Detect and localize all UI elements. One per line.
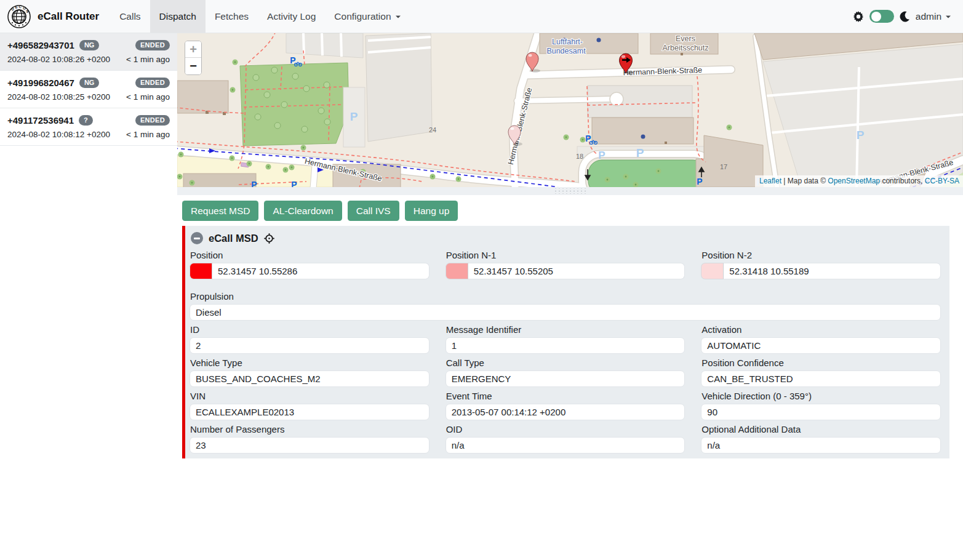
call-ago: < 1 min ago [126, 55, 170, 64]
hang-up-button[interactable]: Hang up [405, 201, 458, 221]
leaflet-link[interactable]: Leaflet [759, 177, 781, 185]
field-vehicle-direction: Vehicle Direction (0 - 359°) [701, 390, 941, 420]
moon-icon [900, 11, 910, 22]
activation-input[interactable] [701, 337, 941, 354]
message-identifier-input[interactable] [446, 337, 685, 354]
field-label: Call Type [446, 358, 685, 368]
user-menu[interactable]: admin [916, 11, 951, 22]
collapse-panel-button[interactable] [191, 232, 203, 244]
call-status-badge: ENDED [135, 78, 170, 88]
call-number: +496582943701 [7, 40, 74, 50]
nav-item-fetches[interactable]: Fetches [206, 0, 258, 33]
field-id: ID [190, 323, 430, 354]
svg-text:17: 17 [720, 163, 727, 170]
svg-text:P: P [697, 177, 702, 186]
position-confidence-input[interactable] [701, 370, 941, 387]
field-label: Position Confidence [701, 358, 941, 368]
nav-item-configuration[interactable]: Configuration [325, 0, 409, 33]
call-ivs-button[interactable]: Call IVS [348, 201, 399, 221]
field-vehicle-type: Vehicle Type [190, 356, 430, 387]
field-label: Position [190, 250, 430, 260]
user-name: admin [916, 11, 941, 22]
call-status-badge: ENDED [135, 115, 170, 126]
field-event-time: Event Time [446, 390, 685, 420]
event-time-input[interactable] [446, 404, 685, 420]
app-logo-globe-icon: DECON [7, 5, 31, 28]
field-vin: VIN [190, 390, 430, 420]
svg-text:P: P [291, 180, 297, 187]
field-oid: OID [446, 423, 685, 454]
chevron-down-icon [946, 15, 951, 20]
app-title: eCall Router [38, 10, 99, 23]
call-status-badge: ENDED [135, 40, 170, 50]
position-n1-input[interactable] [468, 263, 685, 279]
call-number: +491172536941 [7, 115, 74, 126]
call-actions: Request MSD AL-Cleardown Call IVS Hang u… [182, 201, 963, 221]
request-msd-button[interactable]: Request MSD [182, 201, 258, 221]
svg-text:24: 24 [429, 126, 436, 134]
svg-text:P: P [857, 129, 865, 142]
call-number: +491996820467 [7, 78, 74, 88]
field-label: OID [446, 424, 685, 434]
field-label: Propulsion [190, 291, 941, 302]
al-cleardown-button[interactable]: AL-Cleardown [264, 201, 342, 221]
call-list-sidebar: +496582943701 NG ENDED 2024-08-02 10:08:… [0, 33, 177, 560]
vehicle-direction-input[interactable] [701, 404, 941, 420]
field-message-identifier: Message Identifier [446, 323, 685, 354]
propulsion-input[interactable] [190, 304, 941, 321]
position-color-swatch [190, 263, 212, 279]
field-propulsion: Propulsion [190, 290, 941, 321]
field-call-type: Call Type [446, 356, 685, 387]
field-optional-additional-data: Optional Additional Data [701, 423, 941, 454]
call-list-item[interactable]: +491996820467 NG ENDED 2024-08-02 10:08:… [0, 71, 177, 108]
openstreetmap-link[interactable]: OpenStreetMap [828, 177, 880, 185]
vehicle-type-input[interactable] [190, 370, 430, 387]
license-link[interactable]: CC-BY-SA [925, 177, 959, 185]
poi-label-luftfahrt: Bundesamt [546, 47, 586, 55]
call-timestamp: 2024-08-02 10:08:12 +0200 [7, 130, 110, 139]
nav-item-dispatch[interactable]: Dispatch [150, 0, 206, 33]
call-timestamp: 2024-08-02 10:08:26 +0200 [7, 55, 110, 64]
vin-input[interactable] [190, 404, 430, 420]
nav-item-activity-log[interactable]: Activity Log [258, 0, 325, 33]
call-list-item[interactable]: +496582943701 NG ENDED 2024-08-02 10:08:… [0, 33, 177, 71]
field-label: Position N-2 [701, 250, 941, 260]
poi-label-evers: Evers [676, 34, 695, 43]
field-label: Activation [701, 324, 941, 335]
optional-additional-data-input[interactable] [701, 437, 941, 454]
oid-input[interactable] [446, 437, 685, 454]
top-navbar: DECON eCall Router Calls Dispatch Fetche… [0, 0, 963, 33]
zoom-in-button[interactable]: + [185, 41, 201, 58]
field-position-confidence: Position Confidence [701, 356, 941, 387]
number-of-passengers-input[interactable] [190, 437, 430, 454]
id-input[interactable] [190, 337, 430, 354]
svg-text:P: P [350, 110, 358, 123]
svg-text:P: P [636, 146, 644, 159]
locate-crosshair-icon[interactable] [264, 233, 274, 244]
nav-item-calls[interactable]: Calls [110, 0, 150, 33]
map-resize-handle[interactable] [554, 188, 586, 194]
call-list-item[interactable]: +491172536941 ? ENDED 2024-08-02 10:08:1… [0, 108, 177, 146]
brand[interactable]: DECON eCall Router [0, 0, 110, 33]
call-type-input[interactable] [446, 370, 685, 387]
field-label: Position N-1 [446, 250, 685, 260]
call-type-badge: NG [79, 78, 100, 88]
call-ago: < 1 min ago [126, 92, 170, 102]
field-label: VIN [190, 391, 430, 401]
theme-toggle[interactable] [869, 10, 894, 23]
field-position-n2: Position N-2 [701, 249, 941, 279]
poi-label-luftfahrt: Luftfahrt- [552, 38, 583, 46]
call-type-badge: NG [79, 40, 100, 50]
position-n2-color-swatch [701, 263, 724, 279]
svg-text:P: P [598, 150, 605, 161]
position-n2-input[interactable] [724, 263, 941, 279]
map-tiles: P P P P P P P P P P 24 [177, 33, 963, 187]
msd-panel-title: eCall MSD [209, 233, 258, 244]
position-input[interactable] [212, 263, 430, 279]
map-attribution: Leaflet | Map data © OpenStreetMap contr… [755, 175, 963, 187]
field-number-of-passengers: Number of Passengers [190, 423, 430, 454]
call-type-badge: ? [79, 115, 93, 126]
leaflet-map[interactable]: P P P P P P P P P P 24 [177, 33, 963, 187]
zoom-out-button[interactable]: − [185, 58, 201, 74]
map-zoom-control: + − [185, 41, 202, 75]
